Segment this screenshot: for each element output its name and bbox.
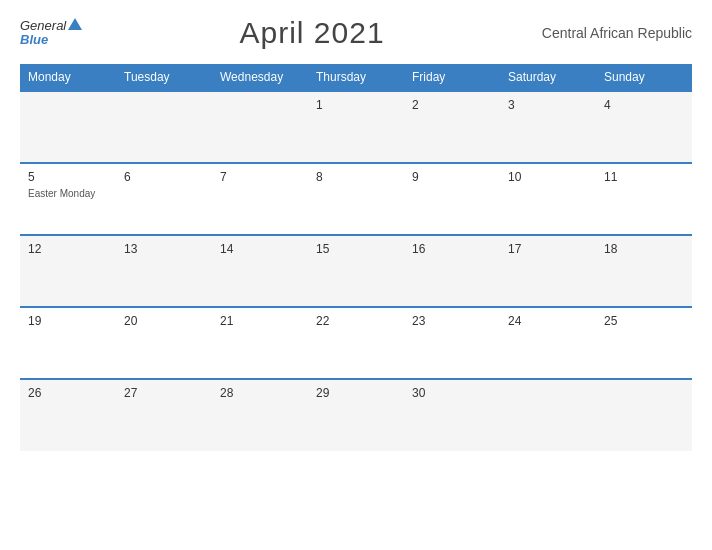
header-thursday: Thursday xyxy=(308,64,404,91)
calendar-cell: 18 xyxy=(596,235,692,307)
calendar-cell: 24 xyxy=(500,307,596,379)
day-number: 16 xyxy=(412,242,492,256)
calendar-cell: 23 xyxy=(404,307,500,379)
day-number: 23 xyxy=(412,314,492,328)
calendar-cell: 27 xyxy=(116,379,212,451)
day-number: 21 xyxy=(220,314,300,328)
day-number: 4 xyxy=(604,98,684,112)
calendar-cell: 20 xyxy=(116,307,212,379)
calendar-week-row: 2627282930 xyxy=(20,379,692,451)
calendar-cell: 8 xyxy=(308,163,404,235)
calendar-cell: 5Easter Monday xyxy=(20,163,116,235)
day-number: 15 xyxy=(316,242,396,256)
calendar-cell: 16 xyxy=(404,235,500,307)
day-number: 6 xyxy=(124,170,204,184)
day-number: 11 xyxy=(604,170,684,184)
calendar-cell: 10 xyxy=(500,163,596,235)
day-number: 17 xyxy=(508,242,588,256)
day-number: 10 xyxy=(508,170,588,184)
calendar-cell: 28 xyxy=(212,379,308,451)
day-number: 8 xyxy=(316,170,396,184)
day-number: 9 xyxy=(412,170,492,184)
calendar-cell: 15 xyxy=(308,235,404,307)
day-number: 25 xyxy=(604,314,684,328)
calendar-cell: 13 xyxy=(116,235,212,307)
day-number: 3 xyxy=(508,98,588,112)
calendar-week-row: 12131415161718 xyxy=(20,235,692,307)
calendar-cell: 12 xyxy=(20,235,116,307)
calendar-week-row: 19202122232425 xyxy=(20,307,692,379)
calendar-cell: 14 xyxy=(212,235,308,307)
day-number: 7 xyxy=(220,170,300,184)
day-number: 13 xyxy=(124,242,204,256)
day-number: 2 xyxy=(412,98,492,112)
day-number: 29 xyxy=(316,386,396,400)
day-number: 19 xyxy=(28,314,108,328)
calendar-cell: 1 xyxy=(308,91,404,163)
calendar-week-row: 1234 xyxy=(20,91,692,163)
calendar-cell: 19 xyxy=(20,307,116,379)
day-number: 26 xyxy=(28,386,108,400)
day-number: 14 xyxy=(220,242,300,256)
calendar-week-row: 5Easter Monday67891011 xyxy=(20,163,692,235)
day-number: 20 xyxy=(124,314,204,328)
day-number: 24 xyxy=(508,314,588,328)
calendar-cell: 3 xyxy=(500,91,596,163)
day-number: 27 xyxy=(124,386,204,400)
header-friday: Friday xyxy=(404,64,500,91)
month-title: April 2021 xyxy=(239,16,384,50)
calendar-cell: 25 xyxy=(596,307,692,379)
day-number: 22 xyxy=(316,314,396,328)
calendar-cell: 11 xyxy=(596,163,692,235)
day-number: 12 xyxy=(28,242,108,256)
calendar-container: General Blue April 2021 Central African … xyxy=(0,0,712,550)
day-number: 1 xyxy=(316,98,396,112)
calendar-cell: 7 xyxy=(212,163,308,235)
calendar-cell: 6 xyxy=(116,163,212,235)
logo: General Blue xyxy=(20,19,82,48)
event-label: Easter Monday xyxy=(28,188,95,199)
logo-general-text: General xyxy=(20,19,82,33)
calendar-cell: 26 xyxy=(20,379,116,451)
calendar-cell: 22 xyxy=(308,307,404,379)
header-wednesday: Wednesday xyxy=(212,64,308,91)
calendar-cell xyxy=(20,91,116,163)
calendar-cell: 2 xyxy=(404,91,500,163)
calendar-cell: 30 xyxy=(404,379,500,451)
country-name: Central African Republic xyxy=(542,25,692,41)
header-saturday: Saturday xyxy=(500,64,596,91)
calendar-grid: Monday Tuesday Wednesday Thursday Friday… xyxy=(20,64,692,451)
day-number: 5 xyxy=(28,170,108,184)
calendar-cell: 21 xyxy=(212,307,308,379)
day-number: 30 xyxy=(412,386,492,400)
header-tuesday: Tuesday xyxy=(116,64,212,91)
calendar-cell: 29 xyxy=(308,379,404,451)
weekday-header-row: Monday Tuesday Wednesday Thursday Friday… xyxy=(20,64,692,91)
calendar-cell xyxy=(596,379,692,451)
calendar-cell xyxy=(500,379,596,451)
header-monday: Monday xyxy=(20,64,116,91)
calendar-header: General Blue April 2021 Central African … xyxy=(20,16,692,50)
header-sunday: Sunday xyxy=(596,64,692,91)
calendar-cell: 17 xyxy=(500,235,596,307)
calendar-cell: 4 xyxy=(596,91,692,163)
day-number: 28 xyxy=(220,386,300,400)
calendar-cell xyxy=(212,91,308,163)
calendar-cell xyxy=(116,91,212,163)
logo-blue-text: Blue xyxy=(20,33,82,47)
logo-triangle-icon xyxy=(68,18,82,30)
calendar-cell: 9 xyxy=(404,163,500,235)
day-number: 18 xyxy=(604,242,684,256)
